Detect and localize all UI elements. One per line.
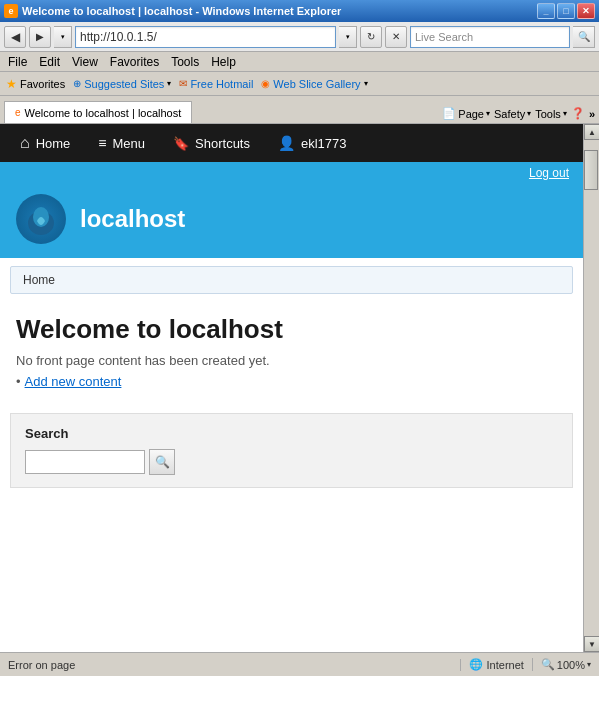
menu-favorites[interactable]: Favorites: [110, 55, 159, 69]
security-zone: 🌐 Internet: [461, 658, 533, 671]
search-input-row: 🔍: [25, 449, 558, 475]
no-content-text: No front page content has been created y…: [16, 353, 567, 368]
status-bar: Error on page 🌐 Internet 🔍 100% ▾: [0, 652, 599, 676]
scroll-up-button[interactable]: ▲: [584, 124, 599, 140]
nav-user[interactable]: 👤 ekl1773: [266, 124, 359, 162]
window-controls: _ □ ✕: [537, 3, 595, 19]
search-block-title: Search: [25, 426, 558, 441]
safety-menu-button[interactable]: Safety ▾: [494, 108, 531, 120]
zoom-icon: 🔍: [541, 658, 555, 671]
drupal-navbar: ⌂ Home ≡ Menu 🔖 Shortcuts 👤 ekl1773: [0, 124, 583, 162]
site-title: localhost: [80, 205, 185, 233]
search-box[interactable]: Live Search: [410, 26, 570, 48]
tab-icon: e: [15, 107, 21, 118]
address-bar-area: ◀ ▶ ▾ http://10.0.1.5/ ▾ ↻ ✕ Live Search…: [0, 22, 599, 52]
scrollbar-thumb[interactable]: [584, 150, 598, 190]
address-input[interactable]: http://10.0.1.5/: [75, 26, 336, 48]
star-icon: ★: [6, 77, 17, 91]
close-button[interactable]: ✕: [577, 3, 595, 19]
vertical-scrollbar: ▲ ▼: [583, 124, 599, 652]
zoom-text: 100%: [557, 659, 585, 671]
forward-button[interactable]: ▶: [29, 26, 51, 48]
tab-label: Welcome to localhost | localhost: [25, 107, 182, 119]
tools-dropdown-icon: ▾: [563, 109, 567, 118]
webslice-label: Web Slice Gallery: [273, 78, 360, 90]
back-button[interactable]: ◀: [4, 26, 26, 48]
zone-text: Internet: [487, 659, 524, 671]
webslice-dropdown[interactable]: ▾: [364, 79, 368, 88]
nav-menu[interactable]: ≡ Menu: [86, 124, 157, 162]
zoom-control[interactable]: 🔍 100% ▾: [541, 658, 591, 671]
page-icon: 📄: [442, 107, 456, 120]
suggested-icon: ⊕: [73, 78, 81, 89]
nav-home-label: Home: [36, 136, 71, 151]
search-submit-icon: 🔍: [155, 455, 170, 469]
hotmail-icon: ✉: [179, 78, 187, 89]
bookmark-icon: 🔖: [173, 136, 189, 151]
breadcrumb: Home: [10, 266, 573, 294]
scrollbar-track-area[interactable]: [584, 140, 599, 636]
menu-edit[interactable]: Edit: [39, 55, 60, 69]
minimize-button[interactable]: _: [537, 3, 555, 19]
nav-user-label: ekl1773: [301, 136, 347, 151]
menu-file[interactable]: File: [8, 55, 27, 69]
nav-menu-label: Menu: [113, 136, 146, 151]
address-dropdown[interactable]: ▾: [339, 26, 357, 48]
home-icon: ⌂: [20, 134, 30, 152]
stop-button[interactable]: ✕: [385, 26, 407, 48]
window-title: Welcome to localhost | localhost - Windo…: [22, 5, 537, 17]
menu-view[interactable]: View: [72, 55, 98, 69]
search-block: Search 🔍: [10, 413, 573, 488]
ie-icon: e: [4, 4, 18, 18]
browser-content: ⌂ Home ≡ Menu 🔖 Shortcuts 👤 ekl1773 Log …: [0, 124, 583, 652]
nav-shortcuts[interactable]: 🔖 Shortcuts: [161, 124, 262, 162]
add-content-link[interactable]: Add new content: [25, 374, 122, 389]
hotmail-label: Free Hotmail: [190, 78, 253, 90]
site-header: localhost: [0, 184, 583, 258]
maximize-button[interactable]: □: [557, 3, 575, 19]
page-dropdown-icon: ▾: [486, 109, 490, 118]
url-text: http://10.0.1.5/: [80, 30, 157, 44]
hotmail-link[interactable]: ✉ Free Hotmail: [179, 78, 253, 90]
page-content: Welcome to localhost No front page conte…: [0, 302, 583, 401]
tools-menu-button[interactable]: Tools ▾: [535, 108, 567, 120]
active-tab[interactable]: e Welcome to localhost | localhost: [4, 101, 192, 123]
refresh-button[interactable]: ↻: [360, 26, 382, 48]
webslice-link[interactable]: ◉ Web Slice Gallery ▾: [261, 78, 367, 90]
nav-dropdown[interactable]: ▾: [54, 26, 72, 48]
help-toolbar-button[interactable]: ❓: [571, 107, 585, 120]
search-submit-button[interactable]: 🔍: [149, 449, 175, 475]
search-go-button[interactable]: 🔍: [573, 26, 595, 48]
status-text: Error on page: [0, 659, 461, 671]
webslice-icon: ◉: [261, 78, 270, 89]
menu-help[interactable]: Help: [211, 55, 236, 69]
error-text: Error on page: [8, 659, 75, 671]
status-right: 🔍 100% ▾: [533, 658, 599, 671]
expand-toolbar-button[interactable]: »: [589, 108, 595, 120]
title-bar: e Welcome to localhost | localhost - Win…: [0, 0, 599, 22]
zoom-dropdown[interactable]: ▾: [587, 660, 591, 669]
suggested-dropdown[interactable]: ▾: [167, 79, 171, 88]
menu-bar: File Edit View Favorites Tools Help: [0, 52, 599, 72]
menu-tools[interactable]: Tools: [171, 55, 199, 69]
nav-home[interactable]: ⌂ Home: [8, 124, 82, 162]
safety-dropdown-icon: ▾: [527, 109, 531, 118]
search-input[interactable]: [25, 450, 145, 474]
zone-icon: 🌐: [469, 658, 483, 671]
favorites-button[interactable]: ★ Favorites: [6, 77, 65, 91]
favorites-label: Favorites: [20, 78, 65, 90]
page-menu-button[interactable]: 📄 Page ▾: [442, 107, 490, 120]
drupal-logo-svg: [23, 201, 59, 237]
user-icon: 👤: [278, 135, 295, 151]
suggested-label: Suggested Sites: [84, 78, 164, 90]
suggested-sites-link[interactable]: ⊕ Suggested Sites ▾: [73, 78, 171, 90]
page-title: Welcome to localhost: [16, 314, 567, 345]
favorites-bar: ★ Favorites ⊕ Suggested Sites ▾ ✉ Free H…: [0, 72, 599, 96]
breadcrumb-home[interactable]: Home: [23, 273, 55, 287]
menu-icon: ≡: [98, 135, 106, 151]
scroll-down-button[interactable]: ▼: [584, 636, 599, 652]
search-placeholder: Live Search: [415, 31, 473, 43]
nav-shortcuts-label: Shortcuts: [195, 136, 250, 151]
bullet-icon: •: [16, 374, 21, 389]
log-out-link[interactable]: Log out: [529, 166, 569, 180]
